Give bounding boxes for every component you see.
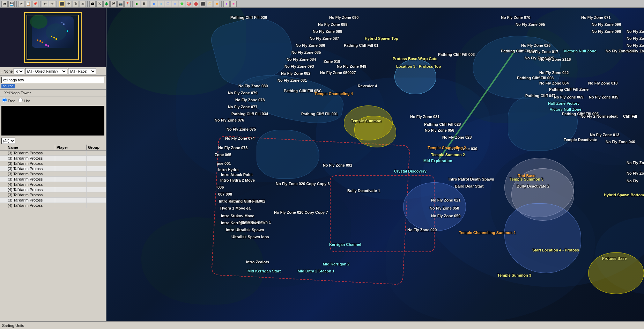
radio-list-label[interactable]: List: [18, 98, 30, 103]
th-player: Player: [55, 145, 87, 150]
map-label: No Fly Zone 088: [313, 29, 342, 34]
toolbar-sep-3: [57, 1, 57, 7]
tree-item-xelnaga[interactable]: Xel'Naga Tower: [1, 90, 104, 95]
td-player: [55, 177, 87, 182]
td-name: (3) Tal'darim Protoss: [6, 151, 55, 155]
race-select[interactable]: (All - Race): [68, 68, 96, 74]
map-label: No Fly Zone 100: [627, 43, 644, 47]
table-row[interactable]: (4) Tal'darim Protoss: [0, 187, 106, 192]
td-id: [0, 182, 6, 187]
table-row[interactable]: (3) Tal'darim Protoss: [0, 166, 106, 171]
td-name: (3) Tal'darim Protoss: [6, 166, 55, 171]
toolbar-sep-5: [132, 1, 133, 7]
toolbar-green1-icon[interactable]: ⬟: [179, 1, 185, 7]
table-row[interactable]: (3) Tal'darim Protoss: [0, 177, 106, 182]
family-select[interactable]: (All - Object Family): [25, 68, 67, 74]
table-row[interactable]: (3) Tal'darim Protoss: [0, 156, 106, 161]
td-id: [0, 161, 6, 166]
td-group: [87, 171, 104, 176]
toolbar-redo-icon[interactable]: ↪: [49, 1, 55, 7]
th-id: [0, 145, 6, 150]
toolbar-rotate-icon[interactable]: ↻: [73, 1, 79, 7]
radio-tree-label[interactable]: Tree: [2, 98, 15, 103]
toolbar-new-icon[interactable]: 🗁: [1, 1, 8, 7]
toolbar-pause-icon[interactable]: ⏸: [141, 1, 147, 7]
map-label: Location 3 - Protoss Top: [396, 64, 441, 68]
toolbar-green2-icon[interactable]: 🎯: [186, 1, 192, 7]
td-player: [55, 192, 87, 197]
dropdown-row: (All): [0, 137, 106, 145]
table-row[interactable]: (3) Tal'darim Protoss: [0, 161, 106, 166]
toolbar-copy-icon[interactable]: 📋: [25, 1, 31, 7]
toolbar-region-icon[interactable]: 🗺: [110, 1, 117, 7]
toolbar-undo-icon[interactable]: ↩: [42, 1, 48, 7]
toolbar-extra1-icon[interactable]: ♦: [223, 1, 230, 7]
toolbar-red1-icon[interactable]: ⬤: [193, 1, 199, 7]
map-canvas: Pathing Cliff Fill 036No Fly Zone 090No …: [106, 8, 644, 321]
td-id: [0, 187, 6, 192]
source-tag[interactable]: source: [1, 84, 15, 88]
toolbar-cut-icon[interactable]: ✂: [18, 1, 24, 7]
radio-list[interactable]: [18, 98, 23, 102]
td-id: [0, 151, 6, 155]
map-label: No Fly Zone 087: [310, 36, 339, 41]
toolbar-move-icon[interactable]: ✛: [66, 1, 72, 7]
td-player: [55, 171, 87, 176]
map-label: No Fly Zone 090: [329, 15, 358, 20]
toolbar-paste-icon[interactable]: 📌: [32, 1, 38, 7]
map-area[interactable]: Pathing Cliff Fill 036No Fly Zone 090No …: [106, 8, 644, 321]
toolbar-play-icon[interactable]: ▶: [134, 1, 140, 7]
table-row[interactable]: (3) Tal'darim Protoss: [0, 151, 106, 156]
map-label: Hybrid Spawn Top: [365, 36, 398, 41]
toolbar-terrain-icon[interactable]: 🏔: [89, 1, 96, 7]
toolbar-waypoint-icon[interactable]: 📍: [124, 1, 131, 7]
toolbar-sep-1: [16, 1, 17, 7]
all-select[interactable]: (All): [1, 138, 15, 144]
td-group: [87, 182, 104, 187]
toolbar-camera-icon[interactable]: 📷: [117, 1, 124, 7]
map-label: No Fly Zone 099: [627, 36, 644, 41]
toolbar-unit-icon[interactable]: ⚔: [96, 1, 103, 7]
toolbar-yellow-icon[interactable]: ⬡: [207, 1, 213, 7]
filter-type-select[interactable]: id: [14, 68, 24, 74]
table-row[interactable]: (4) Tal'darim Protoss: [0, 203, 106, 208]
td-name: (4) Tal'darim Protoss: [6, 203, 55, 208]
toolbar-orange-icon[interactable]: ★: [214, 1, 220, 7]
td-name: (3) Tal'darim Protoss: [6, 192, 55, 197]
toolbar-blue3-icon[interactable]: ⬡: [165, 1, 171, 7]
toolbar-select-icon[interactable]: ⬛: [59, 1, 65, 7]
table-row[interactable]: (3) Tal'darim Protoss: [0, 171, 106, 177]
map-label: No Fly Zone 097: [627, 29, 644, 34]
td-name: (3) Tal'darim Protoss: [6, 156, 55, 161]
td-name: (4) Tal'darim Protoss: [6, 187, 55, 192]
th-group: Group: [87, 145, 104, 150]
radio-tree[interactable]: [2, 98, 7, 102]
table-row[interactable]: (4) Tal'darim Protoss: [0, 182, 106, 187]
table-body[interactable]: (3) Tal'darim Protoss (3) Tal'darim Prot…: [0, 151, 106, 321]
map-label: No Fly Zone 070: [501, 15, 530, 20]
td-name: (3) Tal'darim Protoss: [6, 198, 55, 203]
map-label: No Fly Zone 101: [627, 49, 644, 53]
toolbar-blue1-icon[interactable]: ◆: [151, 1, 157, 7]
left-panel: : None id (All - Object Family) (All - R…: [0, 8, 106, 321]
table-row[interactable]: (3) Tal'darim Protoss: [0, 192, 106, 198]
table-row[interactable]: (3) Tal'darim Protoss: [0, 198, 106, 203]
td-group: [87, 198, 104, 203]
toolbar-doodad-icon[interactable]: 🌲: [103, 1, 110, 7]
td-player: [55, 166, 87, 171]
td-name: (3) Tal'darim Protoss: [6, 171, 55, 176]
td-player: [55, 182, 87, 187]
toolbar-sep-4: [87, 1, 88, 7]
td-name: (4) Tal'darim Protoss: [6, 182, 55, 187]
toolbar-extra2-icon[interactable]: ♣: [230, 1, 237, 7]
toolbar-blue2-icon[interactable]: ◇: [158, 1, 164, 7]
table-header: Name Player Group: [0, 145, 106, 151]
td-id: [0, 192, 6, 197]
toolbar-blue4-icon[interactable]: ★: [172, 1, 178, 7]
search-input[interactable]: xel'naga tow: [1, 77, 104, 83]
toolbar-scale-icon[interactable]: ⇲: [80, 1, 86, 7]
toolbar-red2-icon[interactable]: ⬛: [200, 1, 206, 7]
toolbar-save-icon[interactable]: 💾: [8, 1, 15, 7]
td-group: [87, 161, 104, 166]
bottom-bar: S arting Units: [0, 321, 644, 329]
